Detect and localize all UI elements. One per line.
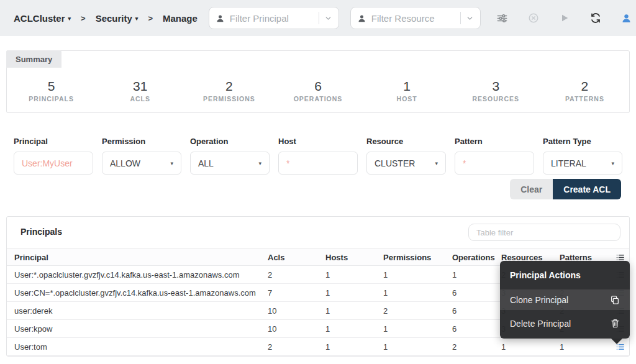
form-actions: Clear Create ACL bbox=[510, 179, 621, 199]
field-resource: Resource CLUSTER▾ bbox=[366, 137, 446, 175]
sliders-icon[interactable] bbox=[496, 11, 509, 25]
stat-label: PERMISSIONS bbox=[184, 95, 273, 102]
chevron-down-icon[interactable] bbox=[466, 14, 474, 22]
field-label: Resource bbox=[366, 137, 446, 146]
create-acl-button[interactable]: Create ACL bbox=[553, 179, 621, 199]
chevron-down-icon[interactable] bbox=[324, 14, 332, 22]
person-icon bbox=[357, 14, 366, 23]
permission-select[interactable]: ALLOW▾ bbox=[102, 152, 181, 175]
filter-principal-combobox[interactable] bbox=[209, 7, 339, 29]
field-label: Principal bbox=[14, 137, 93, 146]
cell-operations: 2 bbox=[452, 342, 501, 352]
cell-permissions: 1 bbox=[383, 288, 452, 298]
cell-operations: 6 bbox=[452, 324, 501, 334]
menu-item-delete-principal[interactable]: Delete Principal bbox=[500, 313, 630, 334]
table-filter-input[interactable] bbox=[468, 224, 620, 241]
filter-resource-combobox[interactable] bbox=[350, 7, 481, 29]
filter-resource-input[interactable] bbox=[371, 13, 455, 24]
field-label: Operation bbox=[190, 137, 270, 146]
input-divider bbox=[319, 12, 319, 24]
filter-principal-input[interactable] bbox=[230, 13, 314, 24]
operation-select[interactable]: ALL▾ bbox=[190, 152, 270, 175]
select-value: ALL bbox=[198, 158, 214, 168]
stat-value: 31 bbox=[96, 79, 184, 94]
column-header-acls[interactable]: Acls bbox=[268, 253, 325, 262]
stat-value: 2 bbox=[184, 79, 273, 94]
cell-acls: 10 bbox=[268, 306, 325, 316]
cell-hosts: 1 bbox=[325, 288, 383, 298]
field-pattern: Pattern bbox=[455, 137, 534, 175]
breadcrumb-separator-icon: > bbox=[81, 14, 86, 23]
principal-input[interactable] bbox=[14, 152, 93, 175]
cell-hosts: 1 bbox=[325, 324, 383, 334]
user-icon[interactable] bbox=[620, 11, 634, 25]
breadcrumb-manage-label: Manage bbox=[163, 13, 198, 24]
table-head: Principals bbox=[7, 217, 629, 248]
clear-circle-icon[interactable] bbox=[527, 11, 540, 25]
menu-caret bbox=[611, 339, 622, 344]
cell-principal: User:CN=*.opaclcluster.gvzfjv.c14.kafka.… bbox=[14, 288, 268, 298]
column-header-operations[interactable]: Operations bbox=[452, 253, 501, 262]
stat-label: PATTERNS bbox=[540, 95, 629, 102]
stat-value: 3 bbox=[452, 79, 540, 94]
field-label: Pattern Type bbox=[543, 137, 622, 146]
cell-permissions: 2 bbox=[383, 306, 452, 316]
field-pattern-type: Pattern Type LITERAL▾ bbox=[543, 137, 622, 175]
stat-permissions: 2PERMISSIONS bbox=[184, 79, 273, 102]
cell-operations: 6 bbox=[452, 306, 501, 316]
cell-operations: 6 bbox=[452, 288, 501, 298]
stat-principals: 5PRINCIPALS bbox=[7, 79, 96, 102]
field-label: Pattern bbox=[455, 137, 534, 146]
cell-operations: 1 bbox=[452, 270, 501, 280]
chevron-down-icon: ▾ bbox=[68, 16, 71, 22]
tab-summary-label: Summary bbox=[16, 55, 52, 64]
field-operation: Operation ALL▾ bbox=[190, 137, 270, 175]
host-input[interactable] bbox=[278, 152, 358, 175]
field-principal: Principal bbox=[14, 137, 93, 175]
breadcrumb-cluster[interactable]: ACLCluster ▾ bbox=[14, 13, 71, 24]
create-acl-form: Principal Permission ALLOW▾ Operation AL… bbox=[14, 137, 622, 175]
tab-summary[interactable]: Summary bbox=[6, 50, 61, 68]
caret-down-icon: ▾ bbox=[435, 160, 438, 166]
stat-acls: 31ACLS bbox=[96, 79, 184, 102]
column-header-principal[interactable]: Principal bbox=[14, 253, 268, 262]
cell-hosts: 1 bbox=[325, 270, 383, 280]
stat-patterns: 2PATTERNS bbox=[540, 79, 629, 102]
cell-hosts: 1 bbox=[325, 342, 383, 352]
trash-icon bbox=[611, 319, 620, 328]
menu-item-label: Delete Principal bbox=[510, 319, 571, 329]
stat-value: 6 bbox=[273, 79, 362, 94]
field-host: Host bbox=[278, 137, 358, 175]
copy-icon bbox=[610, 295, 620, 305]
table-row[interactable]: User:tom 2 1 1 2 1 1 bbox=[7, 338, 629, 356]
cell-resources: 1 bbox=[501, 342, 560, 352]
menu-item-label: Clone Principal bbox=[510, 295, 568, 305]
cell-patterns: 1 bbox=[560, 342, 616, 352]
stat-label: HOST bbox=[363, 95, 452, 102]
column-header-hosts[interactable]: Hosts bbox=[325, 253, 383, 262]
breadcrumb-security[interactable]: Security ▾ bbox=[96, 13, 139, 24]
select-value: CLUSTER bbox=[375, 158, 415, 168]
pattern-input[interactable] bbox=[455, 152, 534, 175]
principal-actions-menu: Principal Actions Clone Principal Delete… bbox=[500, 261, 630, 339]
stat-label: ACLS bbox=[96, 95, 184, 102]
clear-button[interactable]: Clear bbox=[510, 179, 553, 199]
breadcrumb-manage[interactable]: Manage bbox=[163, 13, 198, 24]
breadcrumb-security-label: Security bbox=[96, 13, 132, 24]
cell-acls: 7 bbox=[268, 288, 325, 298]
cell-permissions: 1 bbox=[383, 324, 452, 334]
cell-principal: user:derek bbox=[14, 306, 268, 316]
refresh-icon[interactable] bbox=[589, 11, 602, 25]
person-icon bbox=[216, 14, 225, 23]
resource-select[interactable]: CLUSTER▾ bbox=[366, 152, 446, 175]
stat-value: 1 bbox=[363, 79, 452, 94]
cell-acls: 2 bbox=[268, 270, 325, 280]
menu-item-clone-principal[interactable]: Clone Principal bbox=[500, 289, 630, 310]
cell-hosts: 1 bbox=[325, 306, 383, 316]
column-header-permissions[interactable]: Permissions bbox=[383, 253, 452, 262]
pattern-type-select[interactable]: LITERAL▾ bbox=[543, 152, 622, 175]
menu-title: Principal Actions bbox=[500, 261, 630, 286]
play-icon[interactable] bbox=[558, 11, 571, 25]
cell-principal: User:kpow bbox=[14, 324, 268, 334]
cell-acls: 10 bbox=[268, 324, 325, 334]
